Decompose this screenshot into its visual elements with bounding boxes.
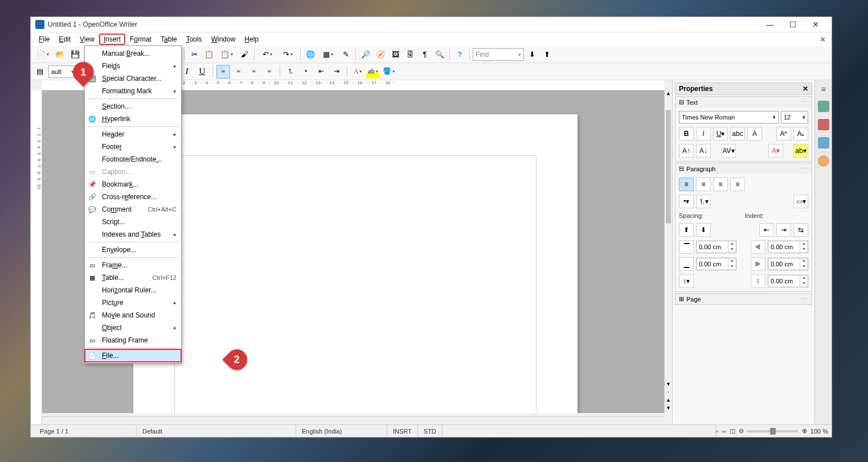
properties-tab-icon[interactable]: [818, 101, 829, 112]
zoom-in-icon[interactable]: ⊕: [802, 427, 807, 435]
menu-bookmark[interactable]: 📌Bookmark...: [85, 178, 181, 191]
zoom-slider[interactable]: [747, 430, 799, 432]
sidebar-align-center[interactable]: ≡: [696, 178, 711, 191]
zoom-button[interactable]: 🔍: [433, 48, 447, 61]
menu-view[interactable]: View: [75, 34, 99, 45]
menu-hyperlink[interactable]: 🌐Hyperlink: [85, 113, 181, 125]
paste-button[interactable]: 📋: [217, 48, 236, 61]
indent-left-input[interactable]: ▲▼: [768, 241, 808, 253]
view-book-icon[interactable]: ◫: [730, 427, 735, 435]
cut-button[interactable]: ✂: [187, 48, 201, 61]
open-button[interactable]: 📂: [54, 48, 67, 61]
sidebar-menu-icon[interactable]: ≡: [821, 85, 825, 94]
menu-footnote[interactable]: Footnote/Endnote...: [85, 153, 181, 166]
gallery-tab-icon[interactable]: [818, 137, 829, 148]
menu-table[interactable]: Table: [156, 34, 182, 45]
menu-picture[interactable]: Picture▸: [85, 296, 181, 309]
status-style[interactable]: Default: [137, 425, 296, 437]
menu-window[interactable]: Window: [207, 34, 240, 45]
sidebar-bold-button[interactable]: B: [679, 127, 694, 141]
menu-comment[interactable]: 💬CommentCtrl+Alt+C: [85, 203, 181, 216]
para-more-icon[interactable]: ⋯: [801, 165, 808, 172]
menu-tools[interactable]: Tools: [182, 34, 207, 45]
menu-file[interactable]: File: [34, 34, 54, 45]
sidebar-bullets[interactable]: •▾: [679, 195, 694, 208]
bullet-list-button[interactable]: •: [299, 65, 313, 79]
menu-section[interactable]: Section...: [85, 100, 181, 113]
sidebar-size-combo[interactable]: 12: [781, 111, 808, 123]
font-color-button[interactable]: A: [351, 65, 365, 79]
find-next-button[interactable]: ⬇: [525, 48, 539, 61]
menu-script[interactable]: Script...: [85, 216, 181, 228]
menu-help[interactable]: Help: [240, 34, 263, 45]
spacing-above-input[interactable]: ▲▼: [696, 241, 736, 253]
copy-button[interactable]: 📋: [202, 48, 216, 61]
styles-button[interactable]: ▤: [33, 65, 47, 79]
menu-header[interactable]: Header▸: [85, 128, 181, 141]
menu-manual-break[interactable]: Manual Break...: [85, 47, 181, 60]
zoom-value[interactable]: 100 %: [810, 428, 828, 435]
bg-color-button[interactable]: 🪣: [382, 65, 395, 79]
navigator-button[interactable]: 🧭: [374, 48, 387, 61]
italic-button[interactable]: I: [180, 65, 194, 79]
menu-formatting-mark[interactable]: Formatting Mark▸: [85, 85, 181, 97]
page[interactable]: [133, 114, 578, 413]
spacing-below-input[interactable]: ▲▼: [696, 258, 736, 270]
text-more-icon[interactable]: ⋯: [801, 98, 808, 106]
redo-button[interactable]: ↷: [278, 48, 297, 61]
menu-indexes[interactable]: Indexes and Tables▸: [85, 228, 181, 241]
menu-format[interactable]: Format: [125, 34, 156, 45]
indent-right-input[interactable]: ▲▼: [768, 258, 808, 270]
indent-inc-icon[interactable]: ⇥: [776, 223, 791, 237]
sidebar-spacing-button[interactable]: AV▾: [721, 144, 736, 158]
menu-envelope[interactable]: Envelope...: [85, 244, 181, 256]
sidebar-align-right[interactable]: ≡: [713, 178, 728, 191]
sidebar-strike-button[interactable]: abc: [730, 127, 745, 141]
sidebar-close-icon[interactable]: ✕: [803, 85, 808, 93]
menu-frame[interactable]: ▭Frame...: [85, 259, 181, 271]
find-button[interactable]: 🔎: [359, 48, 372, 61]
hyperlink-button[interactable]: 🌐: [304, 48, 317, 61]
table-button[interactable]: ▦: [318, 48, 338, 61]
status-std[interactable]: STD: [418, 425, 443, 437]
align-left-button[interactable]: ≡: [216, 65, 230, 79]
indent-first-input[interactable]: ▲▼: [768, 275, 808, 287]
new-doc-button[interactable]: 📄: [33, 48, 52, 61]
sidebar-align-left[interactable]: ≡: [679, 178, 694, 191]
menu-object[interactable]: Object▸: [85, 321, 181, 334]
menu-edit[interactable]: Edit: [54, 34, 75, 45]
sidebar-highlight-button[interactable]: ab▾: [793, 144, 808, 158]
draw-button[interactable]: ✎: [339, 48, 353, 61]
sidebar-bgcolor[interactable]: ▭▾: [793, 195, 808, 208]
status-insert[interactable]: INSRT: [387, 425, 418, 437]
spacing-dec-icon[interactable]: ⬇: [696, 223, 711, 237]
sidebar-super-button[interactable]: Aᴬ: [776, 127, 791, 141]
spacing-inc-icon[interactable]: ⬆: [679, 223, 694, 237]
highlight-button[interactable]: ab: [366, 65, 380, 79]
indent-hanging-icon[interactable]: ⇆: [793, 223, 808, 237]
nonprint-button[interactable]: ¶: [418, 48, 432, 61]
sidebar-fontcolor-button[interactable]: A▾: [768, 144, 783, 158]
increase-indent-button[interactable]: ⇥: [330, 65, 343, 79]
menu-fields[interactable]: Fields▸: [85, 60, 181, 72]
menu-table[interactable]: ▦Table...Ctrl+F12: [85, 271, 181, 284]
format-paint-button[interactable]: 🖌: [238, 48, 251, 61]
align-right-button[interactable]: ≡: [247, 65, 261, 79]
sidebar-underline-button[interactable]: U▾: [713, 127, 728, 141]
view-multi-icon[interactable]: ▫▫: [722, 428, 726, 435]
vertical-ruler[interactable]: · 1 · 2 · 3 · 4 · 5 · 6 · 7 · 8 · 9 · 10: [31, 90, 42, 424]
sidebar-sub-button[interactable]: Aₐ: [793, 127, 808, 141]
align-justify-button[interactable]: ≡: [263, 65, 276, 79]
menu-caption[interactable]: ▭Caption...: [85, 166, 181, 178]
align-center-button[interactable]: ≡: [232, 65, 245, 79]
menu-crossref[interactable]: 🔗Cross-reference...: [85, 191, 181, 203]
close-button[interactable]: ✕: [809, 20, 822, 29]
decrease-indent-button[interactable]: ⇤: [314, 65, 328, 79]
save-button[interactable]: 💾: [68, 48, 82, 61]
navigator-tab-icon[interactable]: [818, 155, 829, 167]
menu-floating-frame[interactable]: ▭Floating Frame: [85, 334, 181, 346]
view-single-icon[interactable]: ▫: [716, 428, 718, 435]
menu-movie[interactable]: 🎵Movie and Sound: [85, 309, 181, 321]
sidebar-shrink-button[interactable]: A↓: [696, 144, 711, 158]
sidebar-align-justify[interactable]: ≡: [730, 178, 745, 191]
